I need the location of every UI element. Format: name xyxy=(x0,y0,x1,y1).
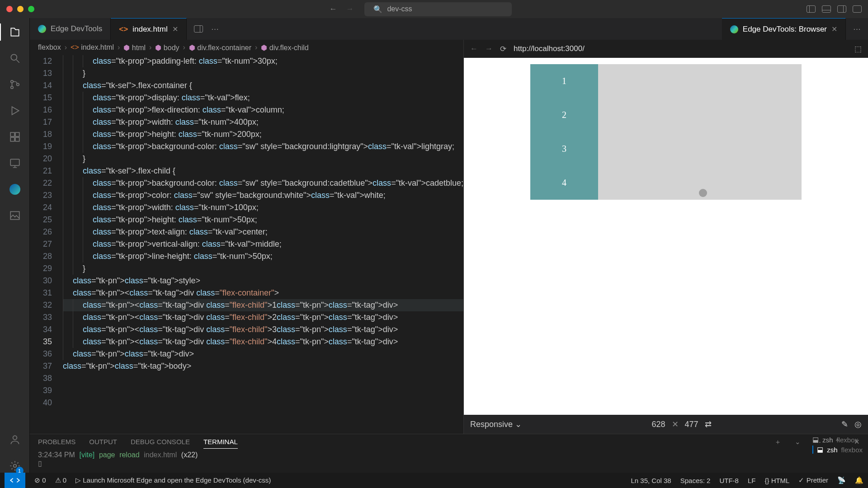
eol[interactable]: LF xyxy=(748,477,756,484)
panel-tab-output[interactable]: OUTPUT xyxy=(89,438,117,449)
browser-back-icon[interactable]: ← xyxy=(470,44,478,53)
explorer-icon[interactable] xyxy=(8,25,22,39)
code-line[interactable]: class="tk-prop">height: class="tk-num">5… xyxy=(63,214,463,226)
terminal-instance[interactable]: ⬓zshflexbox xyxy=(812,446,863,454)
code-line[interactable]: class="tk-prop">display: class="tk-val">… xyxy=(63,92,463,104)
source-control-icon[interactable] xyxy=(8,78,22,91)
breadcrumb-segment[interactable]: ⬢ body xyxy=(155,43,179,52)
viewport-width[interactable]: 628 xyxy=(652,420,665,429)
image-icon[interactable] xyxy=(8,209,22,222)
launch-task[interactable]: ▷ Launch Microsoft Edge and open the Edg… xyxy=(75,476,271,484)
feedback-icon[interactable]: 📡 xyxy=(837,476,846,484)
breadcrumb-segment[interactable]: ⬢ div.flex-child xyxy=(261,43,308,52)
inspect-icon[interactable]: ⬚ xyxy=(854,44,862,54)
code-line[interactable]: } xyxy=(63,67,463,80)
titlebar: ← → 🔍 dev-css xyxy=(0,0,868,18)
browser-viewport[interactable]: 1234 xyxy=(464,58,868,415)
run-debug-icon[interactable] xyxy=(8,104,22,117)
code-line[interactable]: class="tk-prop">background-color: class=… xyxy=(63,177,463,189)
cursor-position[interactable]: Ln 35, Col 38 xyxy=(631,477,671,484)
code-line[interactable]: class="tk-prop">height: class="tk-num">2… xyxy=(63,128,463,141)
rotate-icon[interactable]: ⇄ xyxy=(705,419,712,429)
code-line[interactable]: class="tk-pn"><class="tk-tag">div class=… xyxy=(63,336,463,348)
breadcrumb-segment[interactable]: ⬢ div.flex-container xyxy=(189,43,251,52)
code-line[interactable]: class="tk-prop">line-height: class="tk-n… xyxy=(63,250,463,263)
code-line[interactable]: class="tk-prop">padding-left: class="tk-… xyxy=(63,55,463,67)
command-center[interactable]: 🔍 dev-css xyxy=(364,2,511,16)
bell-icon[interactable]: 🔔 xyxy=(855,476,863,484)
remote-indicator[interactable] xyxy=(5,473,25,488)
accounts-icon[interactable] xyxy=(8,433,22,446)
chevron-down-icon: ⌄ xyxy=(515,420,522,429)
warnings-count[interactable]: ⚠ 0 xyxy=(55,476,67,484)
panel-tab-terminal[interactable]: TERMINAL xyxy=(203,438,238,449)
split-editor-icon[interactable] xyxy=(194,25,203,33)
tab-edge-devtools-browser[interactable]: Edge DevTools: Browser✕ xyxy=(722,18,846,40)
panel-tab-debug-console[interactable]: DEBUG CONSOLE xyxy=(131,438,190,449)
layout-controls xyxy=(807,5,862,13)
extensions-icon[interactable] xyxy=(8,130,22,144)
toggle-sidebar-icon[interactable] xyxy=(807,5,816,13)
tab-index-html[interactable]: <>index.html✕ xyxy=(111,18,186,40)
forward-icon[interactable]: → xyxy=(346,5,354,14)
maximize-window-icon[interactable] xyxy=(28,6,34,12)
close-dim-icon[interactable]: ✕ xyxy=(672,419,679,429)
breadcrumb[interactable]: flexbox›<> index.html›⬢ html›⬢ body›⬢ di… xyxy=(30,40,463,55)
edge-tools-icon[interactable] xyxy=(8,183,22,196)
toggle-secondary-icon[interactable] xyxy=(837,5,846,13)
terminal-dropdown-icon[interactable]: ⌄ xyxy=(795,438,801,449)
breadcrumb-segment[interactable]: flexbox xyxy=(38,43,61,52)
code-line[interactable]: class="tk-pn">class="tk-tag">body> xyxy=(63,360,463,372)
breadcrumb-segment[interactable]: ⬢ html xyxy=(123,43,146,52)
more-actions-icon[interactable]: ⋯ xyxy=(211,24,219,34)
code-line[interactable]: } xyxy=(63,153,463,165)
toggle-panel-icon[interactable] xyxy=(822,5,831,13)
close-tab-icon[interactable]: ✕ xyxy=(172,25,178,33)
errors-count[interactable]: ⊘ 0 xyxy=(34,476,46,484)
back-icon[interactable]: ← xyxy=(329,5,337,14)
close-tab-icon[interactable]: ✕ xyxy=(831,25,837,33)
emulation-icon[interactable]: ◎ xyxy=(854,419,862,429)
panel-tab-problems[interactable]: PROBLEMS xyxy=(38,438,75,449)
language-mode[interactable]: {} HTML xyxy=(764,477,789,484)
search-icon[interactable] xyxy=(8,52,22,65)
indentation[interactable]: Spaces: 2 xyxy=(680,477,711,484)
code-line[interactable]: class="tk-pn"><class="tk-tag">div class=… xyxy=(63,287,463,299)
prettier-status[interactable]: ✓ Prettier xyxy=(798,476,828,484)
code-line[interactable]: } xyxy=(63,263,463,275)
encoding[interactable]: UTF-8 xyxy=(719,477,739,484)
terminal-output[interactable]: 3:24:34 PM [vite] page reload index.html… xyxy=(30,449,868,469)
terminal-instance[interactable]: ⬓zshflexbox xyxy=(812,436,863,444)
code-line[interactable]: class="tk-pn"><class="tk-tag">div class=… xyxy=(63,299,463,311)
breadcrumb-segment[interactable]: <> index.html xyxy=(71,43,114,52)
reload-icon[interactable]: ⟳ xyxy=(500,44,506,54)
code-line[interactable]: class="tk-prop">flex-direction: class="t… xyxy=(63,104,463,116)
minimize-window-icon[interactable] xyxy=(17,6,24,12)
remote-explorer-icon[interactable] xyxy=(8,156,22,170)
code-line[interactable]: class="tk-prop">color: class="sw" style=… xyxy=(63,189,463,202)
code-line[interactable]: class="tk-pn">class="tk-tag">style> xyxy=(63,275,463,287)
close-window-icon[interactable] xyxy=(6,6,13,12)
customize-layout-icon[interactable] xyxy=(853,5,862,13)
code-line[interactable]: class="tk-pn"><class="tk-tag">div class=… xyxy=(63,324,463,336)
tab-edge-devtools[interactable]: Edge DevTools xyxy=(30,18,111,40)
code-line[interactable]: class="tk-prop">width: class="tk-num">10… xyxy=(63,202,463,214)
url-field[interactable]: http://localhost:3000/ xyxy=(514,44,585,53)
new-terminal-icon[interactable]: ＋ xyxy=(774,438,781,449)
browser-forward-icon[interactable]: → xyxy=(485,44,493,53)
more-actions-icon[interactable]: ⋯ xyxy=(853,24,861,34)
code-line[interactable]: class="tk-sel">.flex-container { xyxy=(63,80,463,92)
edit-icon[interactable]: ✎ xyxy=(841,419,848,429)
code-line[interactable]: class="tk-pn">class="tk-tag">div> xyxy=(63,348,463,360)
device-mode-dropdown[interactable]: Responsive ⌄ xyxy=(470,419,522,429)
code-line[interactable]: class="tk-prop">background-color: class=… xyxy=(63,141,463,153)
code-line[interactable]: class="tk-prop">width: class="tk-num">40… xyxy=(63,116,463,128)
code-line[interactable]: class="tk-pn"><class="tk-tag">div class=… xyxy=(63,311,463,324)
code-editor[interactable]: flexbox›<> index.html›⬢ html›⬢ body›⬢ di… xyxy=(30,40,464,434)
status-bar: ⊘ 0 ⚠ 0 ▷ Launch Microsoft Edge and open… xyxy=(0,473,868,488)
code-line[interactable]: class="tk-prop">vertical-align: class="t… xyxy=(63,238,463,250)
settings-icon[interactable]: 1 xyxy=(8,459,22,473)
viewport-height[interactable]: 477 xyxy=(685,420,698,429)
code-line[interactable]: class="tk-prop">text-align: class="tk-va… xyxy=(63,226,463,238)
code-line[interactable]: class="tk-sel">.flex-child { xyxy=(63,165,463,177)
